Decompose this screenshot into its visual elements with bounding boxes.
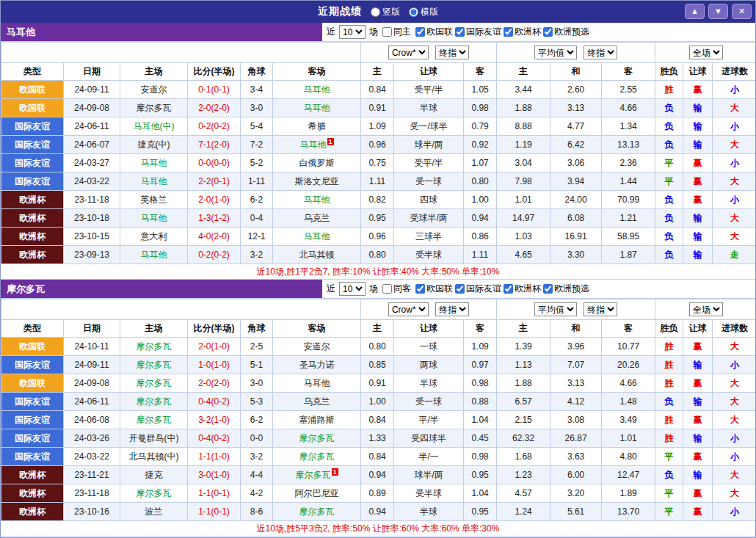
same-venue-checkbox[interactable]: 同主 [382, 26, 411, 38]
same-venue-label: 同客 [393, 283, 411, 295]
league-filters: 欧国联国际友谊欧洲杯欧洲预选 [413, 283, 589, 295]
match-date: 23-10-18 [64, 209, 120, 228]
recent-count-select[interactable]: 10 [339, 25, 366, 39]
same-venue-checkbox[interactable]: 同客 [382, 283, 411, 295]
odds-value: 3.30 [550, 246, 602, 264]
recent-count-select[interactable]: 10 [339, 282, 366, 296]
league-checkbox-input[interactable] [415, 27, 425, 37]
match-date: 24-03-22 [64, 172, 120, 191]
home-team: 摩尔多瓦 [120, 393, 188, 411]
result-flag: 负 [655, 209, 683, 228]
column-header: 类型 [1, 320, 64, 338]
odds-value: 0.80 [361, 246, 394, 264]
result-flag: 输 [683, 466, 713, 484]
league-filter-checkbox[interactable]: 欧国联 [415, 283, 453, 295]
home-team: 英格兰 [120, 191, 188, 209]
column-header: 主场 [120, 63, 188, 81]
odds-value: 3.49 [602, 411, 655, 429]
corner-score: 3-4 [241, 81, 273, 99]
corner-score: 7-2 [241, 136, 273, 154]
league-checkbox-input[interactable] [504, 284, 513, 294]
same-venue-input[interactable] [382, 284, 392, 294]
league-checkbox-input[interactable] [455, 27, 465, 37]
match-row: 欧国联24-10-11摩尔多瓦2-0(1-0)2-5安道尔0.80一球1.091… [1, 338, 756, 356]
home-team-name: 摩尔多瓦 [137, 360, 172, 370]
home-team: 马耳他 [120, 154, 188, 172]
match-type: 欧国联 [1, 99, 64, 117]
odds-source-select[interactable]: Crow* [388, 46, 429, 59]
odds-value: 0.98 [464, 99, 497, 117]
match-score: 0-4(0-2) [188, 429, 241, 448]
match-score: 0-0(0-0) [188, 154, 241, 172]
same-venue-input[interactable] [382, 27, 392, 37]
away-team: 摩尔多瓦1 [273, 466, 361, 484]
league-filter-checkbox[interactable]: 欧洲杯 [504, 283, 541, 295]
away-team-name: 阿尔巴尼亚 [295, 488, 339, 498]
league-checkbox-input[interactable] [543, 27, 553, 37]
close-button[interactable]: ✕ [732, 4, 752, 19]
odds-value: 0.82 [361, 191, 394, 209]
league-checkbox-input[interactable] [504, 27, 513, 37]
vertical-radio-input[interactable] [371, 7, 380, 17]
league-filter-checkbox[interactable]: 欧洲杯 [504, 26, 541, 38]
horizontal-radio-input[interactable] [409, 7, 418, 17]
match-type: 欧洲杯 [1, 503, 64, 521]
league-checkbox-input[interactable] [455, 284, 465, 294]
away-team: 马耳他 [273, 191, 361, 209]
odds-stage-select[interactable]: 终指 [435, 46, 469, 59]
team-name: 马耳他 [1, 23, 322, 41]
column-header: 客 [464, 63, 497, 81]
league-checkbox-input[interactable] [415, 284, 425, 294]
column-header: 主 [361, 320, 394, 338]
scroll-up-button[interactable]: ▲ [685, 4, 705, 19]
column-header: 日期 [64, 63, 120, 81]
league-filter-checkbox[interactable]: 国际友谊 [455, 26, 501, 38]
odds-value: 3.13 [550, 99, 602, 117]
column-header: 客场 [273, 320, 361, 338]
odds-value: 受一球 [394, 172, 464, 191]
scroll-down-button[interactable]: ▼ [708, 4, 728, 19]
match-type: 欧洲杯 [1, 246, 64, 264]
match-type: 欧洲杯 [1, 209, 64, 228]
result-flag: 大 [713, 393, 756, 411]
corner-score: 3-2 [241, 448, 273, 466]
scope-select[interactable]: 全场 [689, 302, 723, 316]
layout-radio-horizontal[interactable]: 横版 [409, 6, 438, 18]
league-checkbox-input[interactable] [543, 284, 553, 294]
odds-value: 7.98 [497, 172, 550, 191]
odds-source-select[interactable]: Crow* [388, 302, 429, 316]
average-stage-select[interactable]: 终指 [584, 302, 617, 316]
odds-value: 半球 [394, 374, 464, 393]
average-select[interactable]: 平均值 [534, 302, 577, 316]
odds-value: 62.32 [497, 429, 550, 448]
result-flag: 赢 [683, 172, 713, 191]
away-team-name: 摩尔多瓦 [299, 433, 335, 443]
league-filter-checkbox[interactable]: 欧国联 [415, 26, 453, 38]
layout-radio-vertical[interactable]: 竖版 [371, 6, 400, 18]
matches-body: 欧国联24-09-11安道尔0-1(0-1)3-4马耳他0.84受平/半1.05… [1, 81, 756, 264]
result-flag: 输 [683, 393, 713, 411]
odds-value: 0.94 [361, 466, 394, 484]
odds-value: 6.08 [550, 209, 602, 228]
odds-value: 0.84 [361, 448, 394, 466]
away-team: 摩尔多瓦 [273, 503, 361, 521]
league-filter-checkbox[interactable]: 欧洲预选 [543, 26, 589, 38]
match-date: 24-09-11 [64, 81, 120, 99]
match-type: 国际友谊 [1, 429, 64, 448]
odds-value: 1.04 [464, 411, 497, 429]
near-label: 近 [327, 283, 335, 295]
home-team-name: 马耳他(中) [134, 121, 175, 131]
match-date: 24-03-27 [64, 154, 120, 172]
scope-select[interactable]: 全场 [689, 46, 723, 59]
away-team: 摩尔多瓦 [273, 448, 361, 466]
average-select[interactable]: 平均值 [534, 46, 577, 59]
average-stage-select[interactable]: 终指 [584, 46, 617, 59]
odds-stage-select[interactable]: 终指 [435, 302, 469, 316]
result-flag: 负 [655, 228, 683, 246]
league-filter-checkbox[interactable]: 欧洲预选 [543, 283, 589, 295]
result-flag: 输 [683, 429, 713, 448]
league-filter-checkbox[interactable]: 国际友谊 [455, 283, 501, 295]
match-row: 欧洲杯23-09-13马耳他0-2(0-2)3-2北马其顿0.80受半球1.11… [1, 246, 756, 264]
home-team-name: 北马其顿(中) [129, 451, 179, 462]
result-flag: 负 [655, 191, 683, 209]
